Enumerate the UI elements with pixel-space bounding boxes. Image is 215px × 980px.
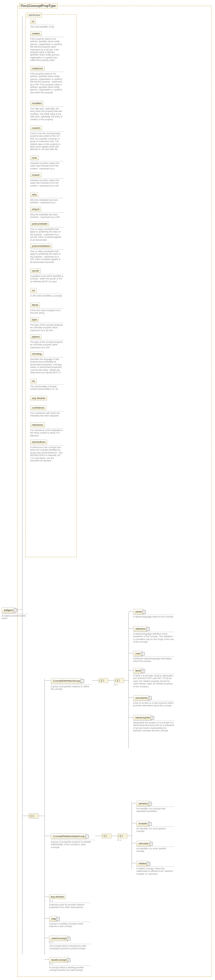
elem-bag[interactable]: bag+ xyxy=(49,916,58,921)
expand-icon[interactable]: + xyxy=(148,697,151,700)
attr-literal: literalA free-text value assigned as a f… xyxy=(30,302,64,315)
attr-desc: Why the metadata has been included - exp… xyxy=(30,213,64,219)
concept-relationships-group[interactable]: ConceptRelationshipsGroup − xyxy=(51,834,87,839)
attr-name[interactable]: pubconstraint xyxy=(30,221,49,226)
expand-icon[interactable]: + xyxy=(141,652,145,655)
attr-name[interactable]: relevance xyxy=(30,422,45,427)
attr-name[interactable]: typeuri xyxy=(30,334,41,339)
attr-name[interactable]: whyuri xyxy=(30,207,41,212)
attr-desc: A reference to the concept from which th… xyxy=(30,445,64,462)
attr-name[interactable]: creatoruri xyxy=(30,66,45,71)
expand-icon[interactable]: − xyxy=(14,609,17,612)
expand-icon[interactable]: − xyxy=(81,679,84,683)
choice-def xyxy=(114,678,124,683)
attr-name[interactable]: confidence xyxy=(30,405,46,410)
attr-name[interactable]: dir xyxy=(30,379,37,383)
attr-name[interactable]: xml:lang xyxy=(30,352,43,356)
cardinality: 0..∞ xyxy=(49,963,53,965)
elem-note[interactable]: note+ xyxy=(133,651,143,656)
elem-related[interactable]: related+ xyxy=(136,861,148,866)
attr-whyuri: whyuriWhy the metadata has been included… xyxy=(30,207,64,219)
attr-custom: customIf set to true the corresponding p… xyxy=(30,126,64,151)
expand-icon[interactable]: + xyxy=(142,669,145,673)
elem-desc: A link to an item or a web resource whic… xyxy=(133,701,174,707)
sequence-rel xyxy=(102,834,111,838)
elem-mainConcept[interactable]: mainConcept+ xyxy=(49,935,68,941)
elem-name[interactable]: name+ xyxy=(133,609,144,614)
attr-name[interactable]: howuri xyxy=(30,173,41,177)
attr-desc: The confidence with which the metadata h… xyxy=(30,411,64,417)
attr-id: idThe local identifier of the xyxy=(30,19,54,28)
expand-icon[interactable]: + xyxy=(67,937,70,940)
elem-desc: A natural language name for the concept. xyxy=(133,615,174,618)
attr-desc: Indicates by which means the value was e… xyxy=(30,178,64,187)
attr-desc: The type of the concept assigned as cont… xyxy=(30,340,64,349)
expand-icon[interactable]: + xyxy=(67,958,70,962)
attr-desc: One or many constraints that apply to pu… xyxy=(30,227,64,241)
expand-icon[interactable]: + xyxy=(151,716,154,720)
attr-name[interactable]: custom xyxy=(30,126,42,130)
elem-desc: A related concept, where the relationshi… xyxy=(136,867,174,875)
elem-sameAs[interactable]: sameAs+ xyxy=(136,801,150,806)
subject-desc: A subject covered by the event. xyxy=(2,614,29,620)
attr-name[interactable]: uri xyxy=(30,288,37,293)
attr-desc: Indicates by which means the value was e… xyxy=(30,161,64,170)
elem-desc: A group of existing concepts which expre… xyxy=(49,922,91,928)
attr-name[interactable]: literal xyxy=(30,302,40,307)
attr-name[interactable]: how xyxy=(30,155,39,160)
concept-definition-group[interactable]: ConceptDefinitionGroup − xyxy=(51,678,82,684)
expand-icon[interactable]: + xyxy=(56,917,60,921)
attr-name[interactable]: creator xyxy=(30,31,42,36)
group-desc: A group of properties required to define… xyxy=(51,684,92,691)
attr-desc: The type of the concept assigned as cont… xyxy=(30,323,64,332)
expand-icon[interactable]: + xyxy=(149,842,153,846)
attr-name[interactable]: modified xyxy=(30,101,43,106)
expand-icon[interactable]: + xyxy=(146,627,150,631)
expand-icon[interactable]: + xyxy=(148,822,151,826)
cardinality: 0..∞ xyxy=(114,684,118,686)
elem-definition[interactable]: definition+ xyxy=(133,626,148,632)
attr-name[interactable]: why xyxy=(30,192,38,197)
elem-desc: The concept which is faceted by other co… xyxy=(49,944,91,950)
attr-desc: Specifies the language of this property … xyxy=(30,357,64,374)
elem-anyother[interactable]: any ##other xyxy=(49,894,65,899)
attr-desc: If set to true the corresponding propert… xyxy=(30,131,64,151)
expand-icon[interactable]: + xyxy=(148,802,152,805)
attr-creatoruri: creatoruriIf the property value is not d… xyxy=(30,66,64,94)
attr-desc: The date (and, optionally, the time) whe… xyxy=(30,107,64,121)
attr-name[interactable]: pubconstrainturi xyxy=(30,243,52,248)
expand-icon[interactable]: − xyxy=(85,835,89,838)
elem-narrower[interactable]: narrower+ xyxy=(136,841,151,846)
elem-facet[interactable]: facet+ xyxy=(133,668,143,673)
subject-element[interactable]: subject − xyxy=(2,607,15,613)
attr-qcode: qcodeA qualified code which identifies a… xyxy=(30,268,64,283)
elem-broader[interactable]: broader+ xyxy=(136,821,150,826)
attr-desc: A free-text value assigned as a free-tex… xyxy=(30,308,64,315)
elem-desc: An identifier of a more generic concept. xyxy=(136,827,174,833)
attr-name[interactable]: type xyxy=(30,317,39,322)
attr-relevance: relevanceThe relevance of the metadata t… xyxy=(30,422,64,437)
attr-desc: The directionality of textual content (e… xyxy=(30,384,64,391)
sequence-def xyxy=(98,678,108,683)
attr-how: howIndicates by which means the value wa… xyxy=(30,155,64,170)
attr-derivedfrom: derivedfromA reference to the concept fr… xyxy=(30,439,64,462)
attr-anyother: any ##other xyxy=(30,396,47,401)
elem-remoteInfo[interactable]: remoteInfo+ xyxy=(133,695,150,701)
elem-desc: A concept which is faceting another conc… xyxy=(49,966,91,972)
elem-desc: Represents the position of a concept in … xyxy=(133,721,174,732)
attr-modified: modifiedThe date (and, optionally, the t… xyxy=(30,101,64,121)
attr-name[interactable]: derivedfrom xyxy=(30,439,47,444)
attr-name[interactable]: any ##other xyxy=(30,396,47,401)
attr-desc: A URI which identifies a concept. xyxy=(30,294,62,297)
elem-hierarchyInfo[interactable]: hierarchyInfo+ xyxy=(133,715,152,720)
expand-icon[interactable]: + xyxy=(147,862,150,865)
attr-name[interactable]: id xyxy=(30,19,36,24)
elem-facetConcept[interactable]: facetConcept+ xyxy=(49,957,68,963)
attr-type: typeThe type of the concept assigned as … xyxy=(30,317,64,332)
attr-confidence: confidenceThe confidence with which the … xyxy=(30,405,64,417)
attr-name[interactable]: qcode xyxy=(30,268,41,273)
expand-icon[interactable]: + xyxy=(142,610,146,614)
attr-pubconstraint: pubconstraintOne or many constraints tha… xyxy=(30,221,64,241)
elem-desc: In NAR 1.8 and later, facet is deprecate… xyxy=(133,674,174,688)
attr-desc: The relevance of the metadata to the new… xyxy=(30,428,64,437)
